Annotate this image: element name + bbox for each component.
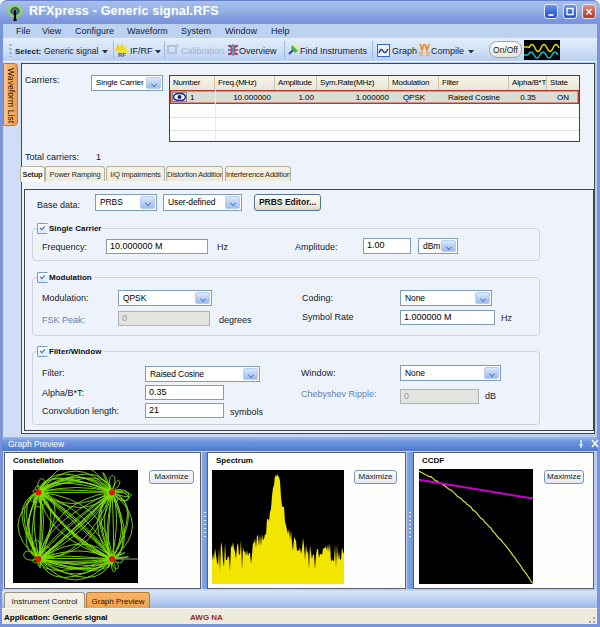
svg-text:RF: RF <box>118 52 126 57</box>
